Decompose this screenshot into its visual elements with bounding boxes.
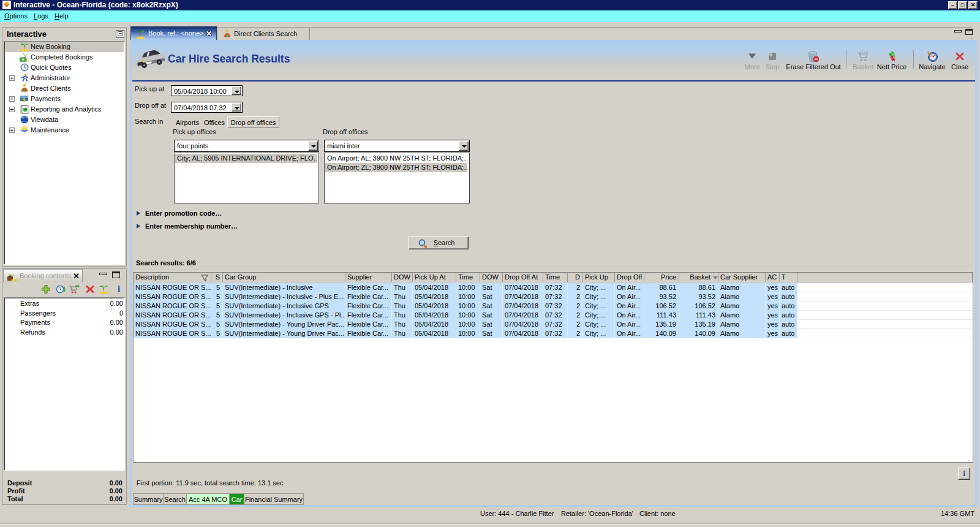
svg-text:$: $ xyxy=(22,96,26,103)
